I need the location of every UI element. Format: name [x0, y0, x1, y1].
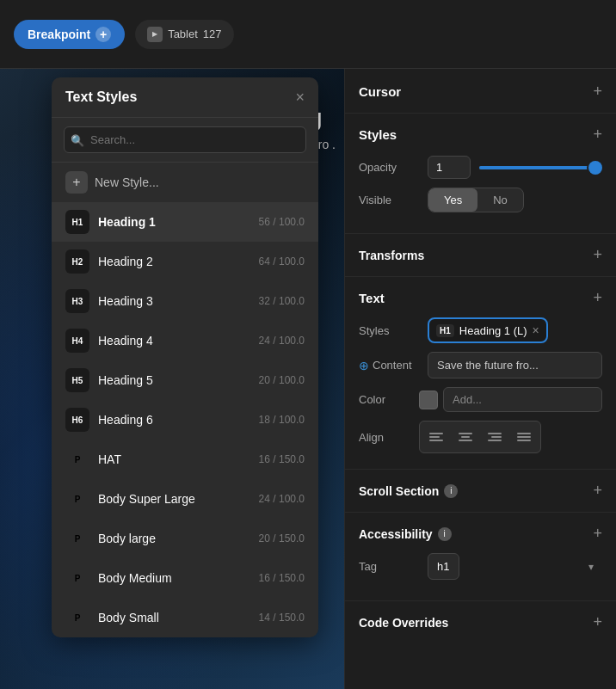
accessibility-plus-button[interactable]: +	[593, 525, 602, 543]
style-item-body-large[interactable]: PBody large20 / 150.0	[52, 519, 318, 558]
opacity-input[interactable]	[428, 156, 471, 179]
cursor-section: Cursor +	[345, 69, 616, 114]
text-plus-button[interactable]: +	[593, 289, 602, 307]
styles-title: Styles	[359, 127, 397, 142]
align-left-button[interactable]	[423, 425, 449, 449]
accessibility-info-icon: i	[438, 527, 452, 541]
style-meta-body-large: 20 / 150.0	[259, 532, 305, 544]
style-meta-h6: 18 / 100.0	[259, 414, 305, 426]
code-overrides-plus-button[interactable]: +	[593, 613, 602, 631]
align-row: Align	[359, 421, 602, 453]
style-name-h4: Heading 4	[98, 334, 250, 348]
align-label: Align	[359, 431, 419, 444]
align-justify-icon	[517, 433, 531, 441]
accessibility-left: Accessibility i	[359, 527, 452, 541]
style-item-h3[interactable]: H3Heading 332 / 100.0	[52, 281, 318, 321]
accessibility-header: Accessibility i +	[359, 525, 602, 543]
style-meta-body-small: 14 / 150.0	[259, 612, 305, 624]
align-center-button[interactable]	[453, 425, 478, 449]
content-label: ⊕ Content	[359, 359, 428, 372]
style-badge-body-medium: P	[65, 566, 89, 590]
tablet-label: Tablet	[168, 28, 198, 40]
opacity-row: Opacity	[359, 156, 602, 179]
text-styles-row: Styles H1 Heading 1 (L) ×	[359, 317, 602, 343]
transforms-plus-button[interactable]: +	[593, 246, 602, 264]
scroll-info-icon: i	[444, 484, 458, 498]
visible-toggle-group: Yes No	[428, 188, 524, 212]
visible-yes-button[interactable]: Yes	[428, 188, 477, 212]
scroll-plus-button[interactable]: +	[593, 482, 602, 500]
search-input[interactable]	[64, 126, 306, 153]
style-name-body-medium: Body Medium	[98, 571, 250, 585]
style-badge-body-super-large: P	[65, 487, 89, 511]
play-icon: ▶	[147, 27, 163, 42]
opacity-slider[interactable]	[479, 166, 602, 169]
search-box: 🔍	[52, 118, 318, 163]
style-meta-hat: 16 / 150.0	[259, 453, 305, 465]
scroll-section-left: Scroll Section i	[359, 484, 458, 498]
styles-header: Styles +	[359, 126, 602, 144]
style-item-h6[interactable]: H6Heading 618 / 100.0	[52, 400, 318, 440]
opacity-slider-thumb	[588, 161, 602, 175]
style-item-hat[interactable]: PHAT16 / 150.0	[52, 440, 318, 479]
align-group	[419, 421, 541, 453]
style-item-body-medium[interactable]: PBody Medium16 / 150.0	[52, 558, 318, 598]
opacity-label: Opacity	[359, 161, 419, 174]
style-name-hat: HAT	[98, 452, 250, 466]
panel-close-button[interactable]: ×	[295, 89, 305, 105]
styles-section: Styles + Opacity Visible Yes No	[345, 114, 616, 234]
accessibility-title: Accessibility	[359, 527, 433, 541]
style-badge-body-large: P	[65, 526, 89, 551]
visible-no-button[interactable]: No	[477, 188, 523, 212]
text-styles-panel: Text Styles × 🔍 + New Style... H1Heading…	[52, 77, 318, 637]
tag-label: Tag	[359, 560, 419, 573]
align-justify-button[interactable]	[511, 425, 537, 449]
style-item-h4[interactable]: H4Heading 424 / 100.0	[52, 321, 318, 360]
opacity-slider-fill	[479, 166, 602, 169]
style-meta-h4: 24 / 100.0	[259, 335, 305, 347]
align-left-icon	[429, 433, 443, 441]
style-badge-h5: H5	[65, 368, 89, 392]
tag-select[interactable]: h1 h2 p	[428, 553, 459, 580]
style-item-h1[interactable]: H1Heading 156 / 100.0	[52, 202, 318, 242]
style-tag-close-icon[interactable]: ×	[533, 323, 539, 337]
color-input[interactable]: Add...	[443, 387, 602, 412]
style-tag-name: Heading 1 (L)	[459, 324, 527, 337]
panel-title: Text Styles	[65, 89, 137, 105]
color-swatch[interactable]	[419, 391, 438, 409]
style-item-h5[interactable]: H5Heading 520 / 100.0	[52, 360, 318, 400]
new-style-label: New Style...	[95, 175, 159, 189]
color-label: Color	[359, 393, 419, 406]
style-item-body-super-large[interactable]: PBody Super Large24 / 100.0	[52, 479, 318, 519]
tablet-button[interactable]: ▶ Tablet 127	[135, 20, 233, 49]
canvas-area: Heading Save the future fro . Text Style…	[0, 69, 344, 689]
align-right-button[interactable]	[482, 425, 508, 449]
style-item-h2[interactable]: H2Heading 264 / 100.0	[52, 242, 318, 281]
text-style-tag[interactable]: H1 Heading 1 (L) ×	[428, 317, 548, 343]
style-tag-badge: H1	[436, 324, 454, 337]
styles-plus-button[interactable]: +	[593, 126, 602, 144]
new-style-button[interactable]: + New Style...	[52, 163, 318, 202]
style-items-container: H1Heading 156 / 100.0H2Heading 264 / 100…	[52, 202, 318, 637]
style-badge-body-small: P	[65, 606, 89, 630]
style-name-h1: Heading 1	[98, 215, 250, 229]
search-wrapper: 🔍	[64, 126, 306, 153]
breakpoint-plus-icon: +	[95, 27, 111, 42]
text-header: Text +	[359, 289, 602, 307]
content-value: Save the future fro...	[428, 352, 602, 378]
style-name-body-super-large: Body Super Large	[98, 492, 250, 506]
style-item-body-small[interactable]: PBody Small14 / 150.0	[52, 598, 318, 637]
search-icon: 🔍	[71, 133, 84, 146]
breakpoint-button[interactable]: Breakpoint +	[14, 20, 125, 49]
right-panel: Cursor + Styles + Opacity Visible	[344, 69, 616, 689]
style-list: + New Style... H1Heading 156 / 100.0H2He…	[52, 163, 318, 637]
accessibility-section: Accessibility i + Tag h1 h2 p ▾	[345, 513, 616, 601]
tag-select-wrapper: h1 h2 p ▾	[428, 553, 602, 580]
code-overrides-section: Code Overrides +	[345, 601, 616, 643]
style-badge-h1: H1	[65, 210, 89, 234]
cursor-plus-button[interactable]: +	[593, 83, 602, 101]
text-title: Text	[359, 291, 385, 305]
panel-header: Text Styles ×	[52, 77, 318, 118]
tag-row: Tag h1 h2 p ▾	[359, 553, 602, 580]
content-row: ⊕ Content Save the future fro...	[359, 352, 602, 378]
